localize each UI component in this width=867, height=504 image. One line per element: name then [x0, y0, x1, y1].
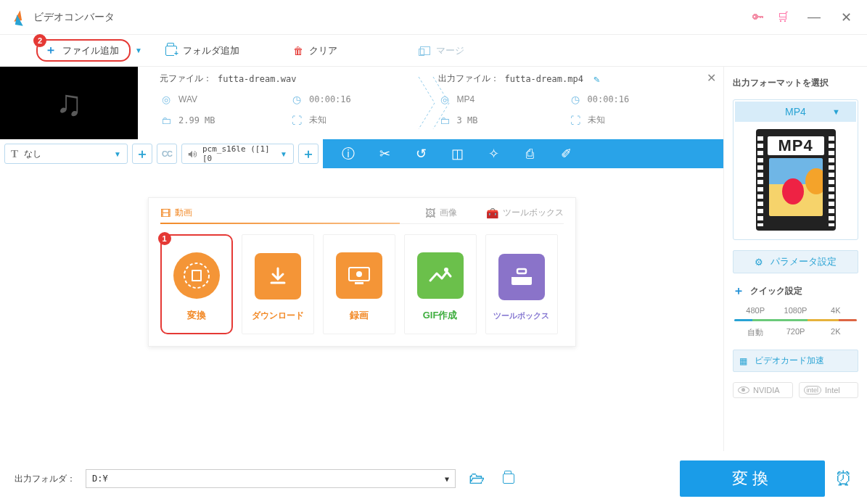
res-1080p[interactable]: 1080P	[776, 306, 815, 315]
tile-convert-label: 変換	[187, 309, 206, 322]
key-icon[interactable]: 🔑︎	[748, 7, 768, 28]
res-4k[interactable]: 4K	[816, 306, 855, 315]
output-format-title: 出力フォーマットを選択	[733, 77, 858, 89]
folder-icon: 🗀	[160, 115, 173, 126]
cut-icon[interactable]: ✂	[377, 146, 393, 162]
nvidia-label: NVIDIA	[753, 386, 780, 394]
bottom-bar: 出力フォルダ： D:¥ ▼ 🗁 変換 ⏰︎	[15, 460, 852, 497]
quick-settings-label: クイック設定	[750, 285, 802, 297]
merge-icon	[420, 46, 430, 55]
feature-card: 🎞動画 🖼画像 🧰ツールボックス 1 変換 ダウンロード	[148, 197, 576, 347]
toolbox-icon: 🧰	[486, 207, 498, 219]
res-auto[interactable]: 自動	[736, 327, 775, 338]
src-file-name: futta-dream.wav	[218, 74, 296, 84]
mp4-preview-icon: MP4	[756, 129, 836, 231]
tile-convert[interactable]: 1 変換	[160, 234, 233, 334]
tab-toolbox[interactable]: 🧰ツールボックス	[486, 207, 564, 219]
sliders-icon: ⚙	[755, 257, 763, 268]
edit-icon[interactable]: ✐	[558, 146, 574, 162]
res-720p[interactable]: 720P	[776, 327, 815, 338]
add-file-label: ファイル追加	[62, 44, 119, 57]
rename-icon[interactable]: ✎	[593, 73, 599, 85]
convert-button-label: 変換	[732, 468, 773, 489]
watermark-icon[interactable]: ⎙	[522, 146, 538, 162]
tile-gif-label: GIF作成	[423, 309, 458, 322]
download-icon	[255, 253, 301, 299]
tile-download[interactable]: ダウンロード	[242, 234, 314, 334]
crop-icon[interactable]: ◫	[449, 146, 465, 162]
rotate-icon[interactable]: ↺	[413, 146, 429, 162]
remove-file-button[interactable]: ✕	[707, 71, 716, 85]
tab-image[interactable]: 🖼画像	[425, 207, 457, 219]
add-audio-button[interactable]: ＋	[298, 144, 319, 164]
tab-video[interactable]: 🎞動画	[160, 207, 396, 219]
format-selector[interactable]: MP4▼ MP4	[733, 99, 858, 240]
gpu-accel-button[interactable]: ▦ ビデオカード加速	[733, 350, 858, 372]
text-icon: T	[11, 148, 18, 160]
resolution-slider[interactable]	[734, 319, 857, 321]
frame-icon: ⛶	[569, 115, 582, 126]
intel-icon: intel	[804, 386, 822, 394]
nvidia-badge: NVIDIA	[733, 382, 793, 398]
tab-toolbox-label: ツールボックス	[503, 207, 564, 219]
out-file-name: futta-dream.mp4	[505, 74, 583, 84]
right-panel: 出力フォーマットを選択 MP4▼ MP4 ⚙ パラメータ設定 ＋クイック設定 4…	[723, 67, 867, 451]
film-icon: 🎞	[160, 207, 170, 219]
resolution-presets[interactable]: 480P 1080P 4K	[733, 305, 858, 316]
app-logo-icon	[10, 9, 26, 25]
tile-record-label: 録画	[350, 309, 369, 322]
cc-button[interactable]: CC	[157, 144, 177, 164]
file-item[interactable]: ♫ ✕ 元ファイル：futta-dream.wav ◎WAV ◷00:00:16…	[0, 67, 723, 139]
info-icon[interactable]: ⓘ	[340, 145, 356, 162]
frame-icon: ⛶	[290, 115, 303, 126]
tile-toolbox[interactable]: ツールボックス	[485, 234, 558, 334]
subtitle-dropdown[interactable]: Tなし ▼	[4, 144, 128, 164]
parameter-settings-button[interactable]: ⚙ パラメータ設定	[733, 250, 858, 273]
src-duration: 00:00:16	[309, 94, 351, 104]
clear-button[interactable]: 🗑 クリア	[284, 41, 346, 60]
minimize-button[interactable]: —	[803, 7, 825, 28]
add-subtitle-button[interactable]: ＋	[132, 144, 152, 164]
mp4-badge: MP4	[768, 136, 824, 155]
out-format: MP4	[457, 94, 475, 104]
chevron-down-icon: ▼	[280, 150, 287, 158]
add-file-chevron-icon[interactable]: ▼	[135, 46, 142, 54]
chip-icon: ▦	[739, 356, 747, 366]
badge-2: 2	[33, 34, 46, 47]
schedule-icon[interactable]: ⏰︎	[835, 468, 852, 489]
tile-gif[interactable]: GIF作成	[404, 234, 477, 334]
resolution-presets-2[interactable]: 自動 720P 2K	[733, 326, 858, 339]
chevron-down-icon: ▼	[114, 150, 121, 158]
file-thumbnail: ♫	[0, 67, 138, 139]
app-title: ビデオコンバータ	[33, 11, 115, 24]
effects-icon[interactable]: ✧	[485, 146, 501, 162]
merge-button[interactable]: マージ	[411, 41, 473, 60]
output-folder-dropdown[interactable]: D:¥ ▼	[86, 469, 456, 488]
tab-video-label: 動画	[175, 207, 192, 219]
res-480p[interactable]: 480P	[736, 306, 775, 315]
tab-image-label: 画像	[440, 207, 457, 219]
src-format: WAV	[178, 94, 197, 104]
svg-point-4	[356, 271, 362, 277]
output-folder-label: 出力フォルダ：	[15, 473, 75, 485]
add-folder-button[interactable]: フォルダ追加	[157, 41, 248, 60]
plus-icon: ＋	[733, 284, 744, 299]
clock-icon: ◷	[569, 94, 582, 105]
image-icon: 🖼	[425, 207, 435, 219]
toolbox-tile-icon	[498, 254, 545, 300]
open-folder-icon[interactable]: 🗁	[466, 469, 488, 488]
convert-icon	[173, 252, 220, 299]
add-file-button[interactable]: 2 ＋ ファイル追加	[36, 39, 131, 62]
folder-list-icon[interactable]	[498, 469, 519, 488]
disc-icon: ◎	[160, 94, 173, 105]
plus-icon: ＋	[45, 43, 57, 58]
clear-label: クリア	[309, 44, 337, 57]
close-button[interactable]: ✕	[835, 7, 857, 28]
folder-plus-icon	[165, 46, 177, 56]
audio-dropdown[interactable]: 🔊︎pcm_s16le ([1][0 ▼	[181, 144, 294, 164]
edit-control-bar: Tなし ▼ ＋ CC 🔊︎pcm_s16le ([1][0 ▼ ＋ ⓘ ✂ ↺ …	[0, 139, 723, 168]
convert-button[interactable]: 変換	[680, 460, 825, 497]
cart-icon[interactable]: 🛒︎	[773, 7, 793, 28]
res-2k[interactable]: 2K	[816, 327, 855, 338]
tile-record[interactable]: 録画	[323, 234, 395, 334]
